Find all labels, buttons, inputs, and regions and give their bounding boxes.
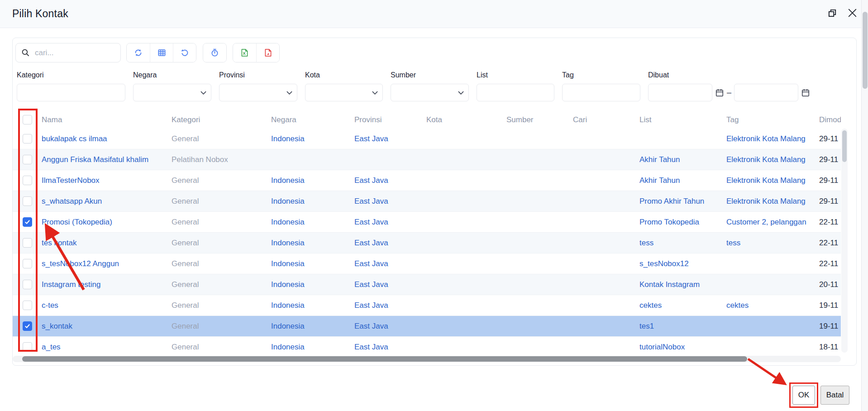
cell-negara: Indonesia [268, 322, 351, 331]
table-row[interactable]: s_kontakGeneralIndonesiaEast Javates119-… [13, 316, 841, 337]
refresh-button[interactable] [127, 43, 150, 62]
filter-dibuat: Dibuat – [648, 71, 810, 101]
cell-tag: Elektronik Kota Malang [723, 155, 816, 164]
cell-dimod: 19-11 [816, 301, 841, 310]
cell-kategori: General [168, 280, 268, 289]
page-scrollbar[interactable] [861, 0, 868, 411]
select-all-checkbox[interactable] [23, 115, 32, 124]
table-body: bukalapak cs ilmaaGeneralIndonesiaEast J… [13, 129, 841, 353]
chevron-down-icon [286, 91, 292, 95]
row-checkbox[interactable] [23, 196, 32, 206]
close-icon [847, 7, 858, 20]
cell-list: Promo Akhir Tahun [636, 197, 723, 206]
row-checkbox[interactable] [23, 301, 32, 310]
calendar-from-button[interactable] [712, 88, 724, 97]
cell-provinsi: East Java [351, 322, 423, 331]
search-icon [21, 48, 30, 57]
dibuat-from-input[interactable] [653, 88, 707, 97]
table-row[interactable]: s_tesNobox12 AnggunGeneralIndonesiaEast … [13, 253, 841, 274]
cell-kategori: General [168, 134, 268, 143]
toolbar-group-history [203, 43, 227, 62]
filter-kategori: Kategori [17, 71, 125, 101]
column-header-dimod: Dimod [816, 115, 841, 124]
cell-name: bukalapak cs ilmaa [38, 134, 168, 143]
row-checkbox[interactable] [23, 238, 32, 248]
column-header-provinsi: Provinsi [351, 115, 423, 124]
maximize-button[interactable] [826, 8, 838, 19]
cell-negara: Indonesia [268, 218, 351, 227]
row-checkbox[interactable] [23, 280, 32, 289]
dibuat-to-input[interactable] [739, 88, 793, 97]
filter-provinsi-select[interactable] [219, 84, 297, 101]
filter-sumber-select[interactable] [391, 84, 469, 101]
pilih-kontak-modal: Pilih Kontak X KategoriNegara Provinsi [0, 0, 868, 411]
table-row[interactable]: Instagram testingGeneralIndonesiaEast Ja… [13, 274, 841, 295]
cell-list: tes1 [636, 322, 723, 331]
stopwatch-button[interactable] [203, 43, 226, 62]
scrollbar-thumb[interactable] [22, 356, 747, 362]
table-row[interactable]: s_whatsapp AkunGeneralIndonesiaEast Java… [13, 191, 841, 212]
maximize-icon [827, 8, 837, 19]
cell-negara: Indonesia [268, 134, 351, 143]
cell-dimod: 29-11 [816, 176, 841, 185]
cell-provinsi: East Java [351, 301, 423, 310]
grid-button[interactable] [150, 43, 173, 62]
chevron-down-icon [458, 91, 464, 95]
filter-list-input[interactable] [482, 88, 549, 97]
pdf-button[interactable] [256, 43, 279, 62]
toolbar-group-table-actions [126, 43, 196, 62]
cell-provinsi: East Java [351, 176, 423, 185]
row-checkbox[interactable] [23, 176, 32, 185]
batal-button[interactable]: Batal [820, 386, 849, 405]
cell-negara: Indonesia [268, 239, 351, 248]
filter-label: Tag [562, 71, 640, 79]
column-header-kategori: Kategori [168, 115, 268, 124]
table-row[interactable]: c-tesGeneralIndonesiaEast Javacektescekt… [13, 295, 841, 316]
cell-dimod: 29-11 [816, 197, 841, 206]
excel-button[interactable]: X [233, 43, 256, 62]
chevron-down-icon [372, 91, 378, 95]
cell-kategori: Pelatihan Nobox [168, 155, 268, 164]
table-row[interactable]: IlmaTesterNoboxGeneralIndonesiaEast Java… [13, 170, 841, 191]
stopwatch-icon [210, 48, 219, 57]
scrollbar-thumb[interactable] [863, 12, 868, 89]
cell-tag: Customer 2, pelanggan [723, 218, 816, 227]
filter-label: Kota [305, 71, 383, 79]
table-row[interactable]: Promosi (Tokopedia)GeneralIndonesiaEast … [13, 212, 841, 233]
cell-name: s_whatsapp Akun [38, 197, 168, 206]
row-checkbox[interactable] [23, 134, 32, 143]
calendar-to-button[interactable] [798, 88, 810, 97]
undo-button[interactable] [173, 43, 196, 62]
cell-name: tes kontak [38, 239, 168, 248]
scrollbar-thumb[interactable] [842, 130, 847, 162]
column-header-cari: Cari [570, 115, 636, 124]
row-checkbox[interactable] [23, 217, 32, 227]
table-row[interactable]: Anggun Friska Masifatul khalimPelatihan … [13, 149, 841, 170]
row-checkbox[interactable] [23, 342, 32, 352]
cell-negara: Indonesia [268, 259, 351, 268]
filter-kategori-input[interactable] [22, 88, 120, 97]
search-input[interactable] [34, 48, 115, 58]
refresh-icon [134, 48, 143, 57]
row-checkbox[interactable] [23, 259, 32, 268]
column-header-nama: Nama [38, 115, 168, 124]
table-row[interactable]: a_tesGeneralIndonesiaEast JavatutorialNo… [13, 337, 841, 353]
search-box [15, 43, 121, 62]
column-header-list: List [636, 115, 723, 124]
table-row[interactable]: bukalapak cs ilmaaGeneralIndonesiaEast J… [13, 129, 841, 149]
close-button[interactable] [846, 8, 858, 19]
row-checkbox[interactable] [23, 321, 32, 331]
filter-tag-input[interactable] [567, 88, 635, 97]
table-vertical-scrollbar[interactable] [841, 129, 848, 353]
column-header-negara: Negara [268, 115, 351, 124]
filter-kota-select[interactable] [305, 84, 383, 101]
table-row[interactable]: tes kontakGeneralIndonesiaEast Javatesst… [13, 233, 841, 253]
row-checkbox[interactable] [23, 155, 32, 164]
cell-name: Instagram testing [38, 280, 168, 289]
cell-dimod: 18-11 [816, 343, 841, 352]
filter-negara-select[interactable] [133, 84, 211, 101]
ok-button[interactable]: OK [792, 386, 815, 405]
cell-dimod: 22-11 [816, 239, 841, 248]
cell-dimod: 19-11 [816, 322, 841, 331]
table-horizontal-scrollbar[interactable] [13, 356, 841, 362]
